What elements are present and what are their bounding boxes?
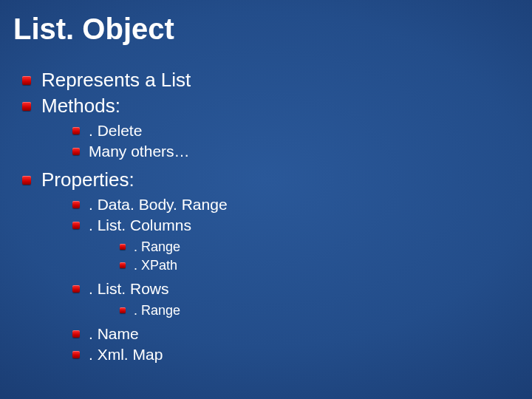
list-item-label: . Data. Body. Range [89, 194, 228, 214]
list-item: . Range [120, 301, 180, 319]
list-item-label: Many others… [89, 141, 190, 161]
list-item: . Data. Body. Range [72, 194, 228, 214]
level2-list: . Delete Many others… [41, 120, 190, 162]
list-item: . List. Rows . Range [72, 279, 228, 323]
list-item: . Name [72, 324, 228, 344]
level1-list: Represents a List Methods: . Delete Many… [22, 68, 532, 369]
bullet-icon [72, 127, 80, 134]
bullet-icon [22, 176, 31, 185]
bullet-icon [72, 285, 80, 293]
list-item-label: . Range [134, 238, 180, 256]
list-item-label: Represents a List [41, 68, 191, 92]
list-item: Represents a List [22, 68, 532, 92]
level2-list: . Data. Body. Range . List. Columns . Ra… [41, 194, 228, 364]
list-item: . Range [120, 238, 191, 256]
list-item-label: . List. Columns [89, 216, 191, 233]
list-item: . XPath [120, 256, 191, 274]
list-item: . Delete [72, 120, 190, 140]
list-item: . Xml. Map [72, 344, 228, 364]
bullet-icon [72, 351, 80, 358]
bullet-icon [72, 330, 80, 338]
page-title: List. Object [0, 0, 532, 46]
bullet-icon [120, 244, 126, 250]
level3-list: . Range [89, 301, 180, 319]
list-item-label: . Delete [89, 120, 142, 140]
list-item: Many others… [72, 141, 190, 161]
list-item-label: . Name [89, 324, 139, 344]
bullet-icon [120, 307, 126, 313]
list-item: Methods: . Delete Many others… [22, 94, 532, 166]
list-item-label: . List. Rows [89, 280, 169, 297]
bullet-icon [120, 262, 126, 268]
bullet-icon [22, 102, 31, 111]
slide: List. Object Represents a List Methods: … [0, 0, 532, 399]
list-item-label: Methods: [41, 95, 120, 117]
slide-content: Represents a List Methods: . Delete Many… [0, 46, 532, 369]
level3-list: . Range . XPath [89, 238, 191, 275]
list-item-label: Properties: [41, 168, 134, 191]
bullet-icon [72, 148, 80, 155]
list-item-label: . Xml. Map [89, 344, 163, 364]
bullet-icon [72, 201, 80, 208]
bullet-icon [22, 76, 31, 85]
list-item: . List. Columns . Range . XPath [72, 215, 228, 278]
list-item-label: . XPath [134, 256, 177, 274]
bullet-icon [72, 222, 80, 229]
list-item: Properties: . Data. Body. Range . List. … [22, 168, 532, 369]
list-item-label: . Range [134, 301, 180, 319]
